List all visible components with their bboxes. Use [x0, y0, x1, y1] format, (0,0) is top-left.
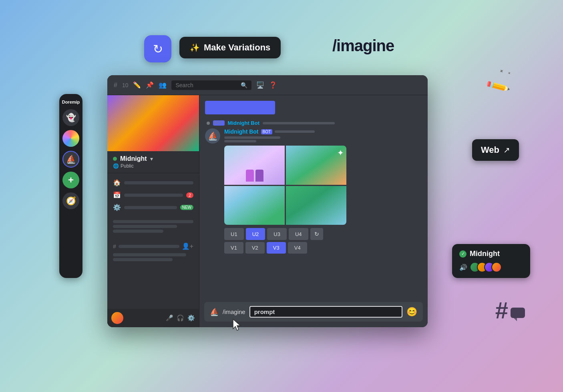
sparkle-icon: ✦ [337, 148, 344, 158]
upscale-buttons: U1 U2 U3 U4 ↻ [224, 228, 422, 240]
external-link-icon: ↗ [503, 145, 510, 155]
channel-item-calendar[interactable]: 📅 2 [107, 189, 199, 201]
generated-image-1[interactable] [224, 146, 285, 185]
left-sidebar: Doremip 👻 ⛵ + 🧭 [59, 94, 82, 278]
channel-badge-count: 2 [186, 192, 193, 198]
add-channel-icon[interactable]: 👤+ [182, 242, 193, 250]
v4-button[interactable]: V4 [288, 242, 307, 254]
midnight-pill-members: 🔊 [459, 262, 523, 272]
search-box[interactable]: 🔍 [171, 80, 251, 90]
mic-icon[interactable]: 🎤 [166, 314, 173, 322]
make-variations-label: Make Variations [204, 42, 270, 53]
header-blue-bar [205, 101, 275, 114]
u2-button[interactable]: U2 [246, 228, 265, 240]
hash-channel-icon: # [113, 243, 116, 250]
user-avatar [111, 312, 123, 324]
server-public-badge: 🌐 Public [113, 163, 193, 169]
prompt-input-box[interactable]: prompt [249, 306, 402, 318]
image-grid: ✦ [224, 146, 346, 225]
ghost-icon: 👻 [66, 113, 76, 122]
boat-icon: ⛵ [66, 154, 76, 164]
channel-item-home[interactable]: 🏠 [107, 176, 199, 189]
wand-icon: ✨ [190, 43, 200, 52]
channel-panel: Midnight ▾ 🌐 Public 🏠 📅 2 [107, 95, 199, 327]
sidebar-server-label: Doremip [62, 100, 80, 104]
members-icon[interactable]: 👥 [159, 81, 167, 89]
compass-icon: 🧭 [66, 196, 76, 206]
user-area: 🎤 🎧 ⚙️ [107, 309, 199, 327]
edit-icon[interactable]: ✏️ [133, 81, 141, 89]
sidebar-icon-boat[interactable]: ⛵ [62, 151, 79, 168]
sidebar-icon-ghost[interactable]: 👻 [62, 109, 79, 126]
sidebar-icon-colorwheel[interactable] [62, 130, 79, 147]
sidebar-icon-compass[interactable]: 🧭 [62, 192, 79, 209]
home-channel-icon: 🏠 [113, 179, 121, 186]
new-badge: NEW [180, 205, 193, 210]
search-icon: 🔍 [241, 82, 247, 88]
message-content: Midnight Bot BOT [224, 128, 422, 254]
server-banner [107, 95, 199, 151]
dropdown-icon[interactable]: ▾ [150, 156, 153, 162]
prompt-text: prompt [254, 308, 275, 315]
refresh-symbol: ↻ [153, 42, 163, 56]
message-row-short: BOT Midnight Bot [205, 120, 422, 126]
midnight-server-pill[interactable]: ✓ Midnight 🔊 [452, 244, 530, 278]
variation-buttons: V1 V2 V3 V4 [224, 242, 422, 254]
emoji-button[interactable]: 😊 [406, 307, 417, 317]
channel-list: 🏠 📅 2 ⚙️ NEW [107, 173, 199, 309]
channel-count: 10 [122, 82, 129, 88]
topbar: # 10 ✏️ 📌 👥 🔍 🖥️ ❓ [107, 75, 428, 95]
main-window: # 10 ✏️ 📌 👥 🔍 🖥️ ❓ Midnight ▾ [107, 75, 428, 327]
message-row-main: ⛵ Midnight Bot BOT [205, 128, 422, 254]
refresh-action-button[interactable]: ↻ [310, 228, 323, 240]
server-online-dot [113, 157, 117, 161]
bot-avatar: ⛵ [205, 128, 220, 144]
search-input[interactable] [175, 82, 238, 88]
generated-image-3[interactable] [224, 186, 285, 225]
generated-image-2[interactable]: ✦ [286, 146, 346, 185]
u4-button[interactable]: U4 [289, 228, 308, 240]
web-button[interactable]: Web ↗ [472, 139, 519, 161]
hashtag-decoration: # [495, 299, 525, 322]
server-name-bar[interactable]: Midnight ▾ 🌐 Public [107, 151, 199, 173]
monitor-icon[interactable]: 🖥️ [256, 81, 264, 89]
green-checkmark-icon: ✓ [459, 250, 466, 258]
gear-icon[interactable]: ⚙️ [187, 314, 195, 322]
refresh-icon-float[interactable]: ↻ [144, 35, 171, 62]
u3-button[interactable]: U3 [267, 228, 287, 240]
channel-section: # 👤+ [107, 239, 199, 252]
chat-messages: BOT Midnight Bot ⛵ Midnight Bot BOT [199, 95, 428, 299]
midnight-pill-header: ✓ Midnight [459, 250, 523, 258]
server-name-label: Midnight [120, 155, 147, 162]
headphone-icon[interactable]: 🎧 [177, 314, 184, 322]
pin-icon[interactable]: 📌 [146, 81, 154, 89]
chat-input-area: ⛵ /imagine prompt 😊 [204, 302, 423, 322]
midnight-pill-label: Midnight [470, 250, 500, 258]
add-icon: + [68, 174, 74, 186]
member-avatar-4 [491, 262, 502, 272]
make-variations-button[interactable]: ✨ Make Variations [179, 37, 281, 58]
chat-panel: BOT Midnight Bot ⛵ Midnight Bot BOT [199, 95, 428, 327]
input-boat-icon: ⛵ [210, 308, 219, 316]
web-label: Web [481, 145, 499, 155]
speaker-icon: 🔊 [459, 264, 467, 271]
calendar-channel-icon: 📅 [113, 191, 121, 199]
u1-button[interactable]: U1 [224, 228, 244, 240]
settings-channel-icon: ⚙️ [113, 204, 121, 211]
v2-button[interactable]: V2 [245, 242, 265, 254]
slash-command-label: /imagine [223, 308, 245, 315]
v1-button[interactable]: V1 [224, 242, 243, 254]
channel-item-settings[interactable]: ⚙️ NEW [107, 201, 199, 214]
help-icon[interactable]: ❓ [269, 81, 277, 89]
imagine-text-float: /imagine [332, 37, 394, 55]
content-area: Midnight ▾ 🌐 Public 🏠 📅 2 [107, 95, 428, 327]
v3-button[interactable]: V3 [267, 242, 286, 254]
sidebar-icon-add[interactable]: + [62, 172, 79, 188]
generated-image-4[interactable] [286, 186, 346, 225]
hash-icon: # [114, 82, 117, 89]
